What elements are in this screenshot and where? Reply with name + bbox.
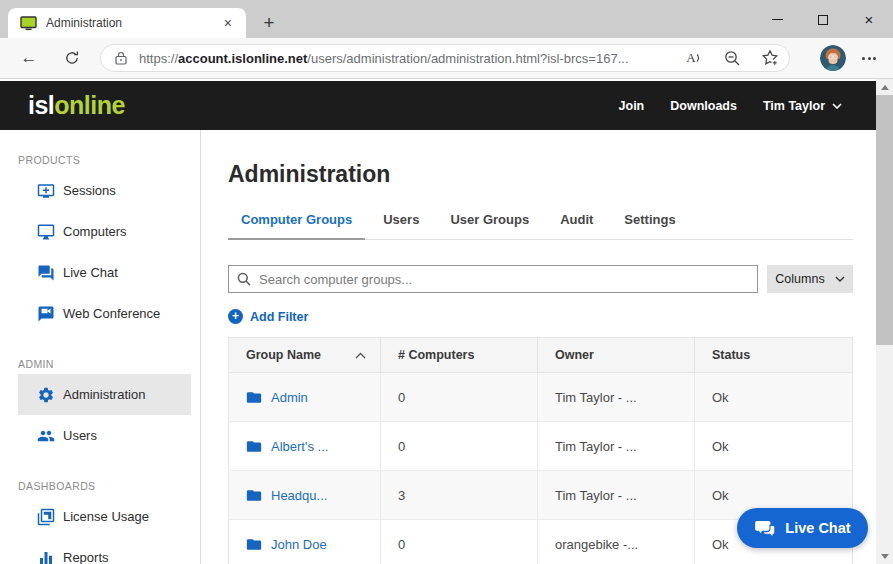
live-chat-label: Live Chat <box>785 520 850 536</box>
columns-button[interactable]: Columns <box>767 265 853 293</box>
table-row[interactable]: Admin 0 Tim Taylor - ... Ok <box>229 373 852 422</box>
page-title: Administration <box>228 161 853 188</box>
browser-window: Administration × + × ← https://account.i… <box>0 0 893 564</box>
favorites-star-icon[interactable] <box>761 49 779 67</box>
main-content: Administration Computer Groups Users Use… <box>201 130 876 564</box>
site-header: islonline Join Downloads Tim Taylor <box>0 81 876 130</box>
tab-user-groups[interactable]: User Groups <box>437 212 542 239</box>
column-header-computers[interactable]: # Computers <box>381 338 538 372</box>
browser-tab-bar: Administration × + × <box>0 0 893 38</box>
sidebar-section-admin: ADMIN <box>18 358 200 370</box>
computers-icon <box>37 223 55 241</box>
read-aloud-icon[interactable]: A <box>685 49 703 67</box>
scrollbar-down-arrow-icon[interactable] <box>876 548 893 564</box>
web-conference-icon <box>37 305 55 323</box>
sidebar-item-label: License Usage <box>63 509 149 524</box>
group-link[interactable]: Headqu... <box>271 488 327 503</box>
chevron-down-icon <box>835 276 845 282</box>
folder-icon <box>246 489 262 502</box>
folder-icon <box>246 538 262 551</box>
sidebar-item-license-usage[interactable]: License Usage <box>18 496 191 537</box>
group-link[interactable]: Albert's ... <box>271 439 328 454</box>
folder-icon <box>246 391 262 404</box>
tab-computer-groups[interactable]: Computer Groups <box>228 212 365 240</box>
cell-owner: Tim Taylor - ... <box>538 471 695 519</box>
search-row: Columns <box>228 265 853 293</box>
cell-owner: orangebike -... <box>538 520 695 564</box>
sidebar-item-users[interactable]: Users <box>18 415 191 456</box>
cell-status: Ok <box>695 373 852 421</box>
add-filter-button[interactable]: + Add Filter <box>228 309 853 324</box>
sidebar-item-sessions[interactable]: Sessions <box>18 170 191 211</box>
close-tab-icon[interactable]: × <box>220 15 236 31</box>
group-link[interactable]: Admin <box>271 390 308 405</box>
cell-computers: 0 <box>381 422 538 470</box>
scrollbar-thumb[interactable] <box>876 95 893 345</box>
tab-users[interactable]: Users <box>370 212 432 239</box>
address-bar-icons: A <box>685 49 779 67</box>
browser-menu-icon[interactable] <box>859 50 879 66</box>
sidebar-item-label: Computers <box>63 224 127 239</box>
cell-computers: 0 <box>381 373 538 421</box>
cell-owner: Tim Taylor - ... <box>538 373 695 421</box>
sidebar-item-reports[interactable]: Reports <box>18 537 191 564</box>
islonline-logo[interactable]: islonline <box>28 91 125 120</box>
chat-bubbles-icon <box>754 520 776 537</box>
address-bar[interactable]: https://account.islonline.net/users/admi… <box>100 44 790 72</box>
table-row[interactable]: Albert's ... 0 Tim Taylor - ... Ok <box>229 422 852 471</box>
column-header-status[interactable]: Status <box>695 338 852 372</box>
nav-join[interactable]: Join <box>619 99 645 113</box>
chevron-down-icon <box>832 103 842 109</box>
sidebar-item-label: Reports <box>63 550 109 564</box>
live-chat-icon <box>37 264 55 282</box>
new-tab-button[interactable]: + <box>256 10 282 36</box>
close-window-button[interactable]: × <box>846 1 892 38</box>
profile-avatar[interactable] <box>820 45 846 71</box>
group-link[interactable]: John Doe <box>271 537 327 552</box>
sidebar-item-label: Live Chat <box>63 265 118 280</box>
refresh-icon <box>64 50 80 66</box>
sidebar-section-dashboards: DASHBOARDS <box>18 480 200 492</box>
url-domain: account.islonline.net <box>178 51 307 66</box>
search-input[interactable] <box>259 272 749 287</box>
browser-tab[interactable]: Administration × <box>8 8 246 38</box>
sidebar-item-administration[interactable]: Administration <box>18 374 191 415</box>
search-box <box>228 265 758 293</box>
nav-downloads[interactable]: Downloads <box>670 99 737 113</box>
cell-computers: 3 <box>381 471 538 519</box>
search-icon <box>237 272 251 286</box>
live-chat-fab-button[interactable]: Live Chat <box>737 508 868 548</box>
sidebar-item-label: Administration <box>63 387 145 402</box>
column-header-owner[interactable]: Owner <box>538 338 695 372</box>
refresh-button[interactable] <box>61 47 83 69</box>
tab-audit[interactable]: Audit <box>547 212 606 239</box>
window-controls: × <box>754 1 892 38</box>
zoom-out-icon[interactable] <box>723 49 741 67</box>
web-page: islonline Join Downloads Tim Taylor PROD… <box>0 79 893 564</box>
plus-icon: + <box>228 309 243 324</box>
sidebar-item-live-chat[interactable]: Live Chat <box>18 252 191 293</box>
sidebar-item-web-conference[interactable]: Web Conference <box>18 293 191 334</box>
column-header-group-name[interactable]: Group Name <box>229 338 381 372</box>
sort-ascending-icon <box>355 352 366 359</box>
minimize-button[interactable] <box>754 1 800 38</box>
folder-icon <box>246 440 262 453</box>
sidebar-item-label: Web Conference <box>63 306 160 321</box>
sidebar: PRODUCTS Sessions Computers Live Chat We… <box>0 130 201 564</box>
nav-user-menu[interactable]: Tim Taylor <box>763 99 842 113</box>
cell-owner: Tim Taylor - ... <box>538 422 695 470</box>
avatar-image <box>820 45 846 71</box>
cell-status: Ok <box>695 422 852 470</box>
lock-icon <box>115 51 127 65</box>
url-text: https://account.islonline.net/users/admi… <box>139 51 677 66</box>
url-path: /users/administration/administration.htm… <box>307 51 628 66</box>
sidebar-section-products: PRODUCTS <box>18 154 200 166</box>
browser-toolbar: ← https://account.islonline.net/users/ad… <box>0 38 893 79</box>
back-button[interactable]: ← <box>18 47 40 69</box>
page-scrollbar[interactable] <box>876 79 893 564</box>
tab-settings[interactable]: Settings <box>611 212 688 239</box>
sidebar-item-label: Users <box>63 428 97 443</box>
maximize-button[interactable] <box>800 1 846 38</box>
scrollbar-up-arrow-icon[interactable] <box>876 79 893 95</box>
sidebar-item-computers[interactable]: Computers <box>18 211 191 252</box>
